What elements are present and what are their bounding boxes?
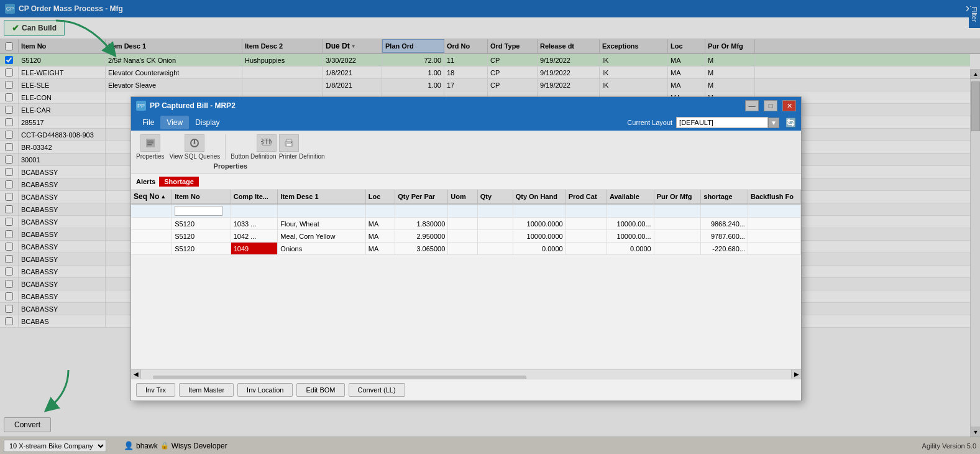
convert-ll-button[interactable]: Convert (LL) xyxy=(349,383,405,397)
sub-col-header-pur-or-mfg[interactable]: Pur Or Mfg xyxy=(654,190,702,203)
view-sql-label: View SQL Queries xyxy=(170,153,221,160)
sub-col-header-item-desc1[interactable]: Item Desc 1 xyxy=(278,190,365,203)
modal-menu-view[interactable]: View xyxy=(160,116,189,129)
modal-maximize-button[interactable]: □ xyxy=(764,100,777,111)
alerts-label: Alerts xyxy=(136,178,155,185)
toolbar-group-button-def: BTN Button Definition Printer Definition xyxy=(225,134,324,160)
modal-title-icon: PP xyxy=(136,101,146,111)
inv-location-button[interactable]: Inv Location xyxy=(237,383,293,397)
sub-col-header-item-no[interactable]: Item No xyxy=(172,190,231,203)
properties-icon[interactable] xyxy=(140,134,160,152)
toolbar-group-properties: Properties xyxy=(136,134,165,160)
edit-bom-button[interactable]: Edit BOM xyxy=(296,383,344,397)
seq-sort-arrow: ▲ xyxy=(160,193,166,200)
alerts-row: Alerts Shortage xyxy=(131,174,801,190)
current-layout-label: Current Layout xyxy=(627,119,672,126)
toolbar-group-view-sql: View SQL Queries xyxy=(170,134,221,160)
modal-minimize-button[interactable]: — xyxy=(745,100,759,111)
printer-def-label: Printer Definition xyxy=(279,153,325,160)
sub-table-body: S5120 1033 ... Flour, Wheat MA 1.830000 … xyxy=(131,205,801,369)
modal-toolbar-area: Properties View SQL Queries BTN xyxy=(131,131,801,174)
sub-col-header-uom[interactable]: Uom xyxy=(448,190,478,203)
toolbar-section-label: Properties xyxy=(214,162,247,170)
button-def-label: Button Definition xyxy=(231,153,276,160)
modal-menu-display[interactable]: Display xyxy=(189,116,226,129)
modal-hscroll[interactable]: ◀ ▶ xyxy=(131,369,801,379)
hscroll-right-button[interactable]: ▶ xyxy=(791,369,801,379)
sub-table-container: Seq No ▲ Item No Comp Ite... Item Desc 1… xyxy=(131,190,801,379)
svg-rect-10 xyxy=(286,139,291,142)
svg-text:BTN: BTN xyxy=(261,137,272,146)
item-no-input[interactable] xyxy=(175,206,222,216)
svg-rect-2 xyxy=(147,142,153,144)
hscroll-left-button[interactable]: ◀ xyxy=(131,369,141,379)
sub-table-input-row[interactable] xyxy=(131,205,801,218)
hscroll-thumb[interactable] xyxy=(153,376,526,379)
sub-col-header-qty[interactable]: Qty xyxy=(478,190,513,203)
sub-col-header-prod-cat[interactable]: Prod Cat xyxy=(566,190,607,203)
sub-col-header-shortage[interactable]: shortage xyxy=(701,190,748,203)
layout-dropdown-arrow[interactable]: ▼ xyxy=(768,118,779,128)
view-sql-icon[interactable] xyxy=(185,134,204,152)
current-layout-input[interactable] xyxy=(676,117,768,128)
sub-col-header-comp-ite[interactable]: Comp Ite... xyxy=(231,190,278,203)
svg-point-6 xyxy=(194,142,196,144)
modal-menubar: File View Display Current Layout ▼ 🔄 xyxy=(131,114,801,131)
modal-dialog: PP PP Captured Bill - MRP2 — □ ✕ File Vi… xyxy=(131,96,802,401)
modal-overlay: PP PP Captured Bill - MRP2 — □ ✕ File Vi… xyxy=(0,0,980,454)
refresh-button[interactable]: 🔄 xyxy=(785,118,796,127)
sub-col-header-backflush[interactable]: Backflush Fo xyxy=(748,190,801,203)
sub-col-header-qty-on-hand[interactable]: Qty On Hand xyxy=(513,190,566,203)
svg-point-12 xyxy=(291,142,292,143)
item-master-button[interactable]: Item Master xyxy=(179,383,234,397)
sub-col-header-qty-per-par[interactable]: Qty Per Par xyxy=(395,190,448,203)
properties-label: Properties xyxy=(136,153,165,160)
sub-col-header-seq-no[interactable]: Seq No ▲ xyxy=(131,190,172,203)
inv-trx-button[interactable]: Inv Trx xyxy=(136,383,175,397)
modal-content: Properties View SQL Queries BTN xyxy=(131,131,801,401)
sub-col-header-loc[interactable]: Loc xyxy=(366,190,396,203)
printer-def-icon[interactable] xyxy=(279,134,299,152)
sub-col-header-available[interactable]: Available xyxy=(607,190,654,203)
sub-table-row[interactable]: S5120 1033 ... Flour, Wheat MA 1.830000 … xyxy=(131,218,801,230)
modal-close-button[interactable]: ✕ xyxy=(782,100,796,111)
shortage-badge[interactable]: Shortage xyxy=(159,177,199,187)
modal-title-text: PP Captured Bill - MRP2 xyxy=(150,101,740,110)
modal-bottom-buttons: Inv Trx Item Master Inv Location Edit BO… xyxy=(131,379,801,401)
sub-table-row[interactable]: S5120 1042 ... Meal, Corn Yellow MA 2.95… xyxy=(131,230,801,243)
sub-table-header: Seq No ▲ Item No Comp Ite... Item Desc 1… xyxy=(131,190,801,205)
button-def-icon[interactable]: BTN xyxy=(257,134,277,152)
sub-table-row[interactable]: S5120 1049 Onions MA 3.065000 0.0000 0.0… xyxy=(131,243,801,255)
modal-menu-file[interactable]: File xyxy=(136,116,160,129)
svg-rect-3 xyxy=(147,144,152,146)
svg-rect-1 xyxy=(147,141,153,142)
svg-rect-11 xyxy=(286,144,291,146)
modal-title-bar: PP PP Captured Bill - MRP2 — □ ✕ xyxy=(131,97,801,114)
